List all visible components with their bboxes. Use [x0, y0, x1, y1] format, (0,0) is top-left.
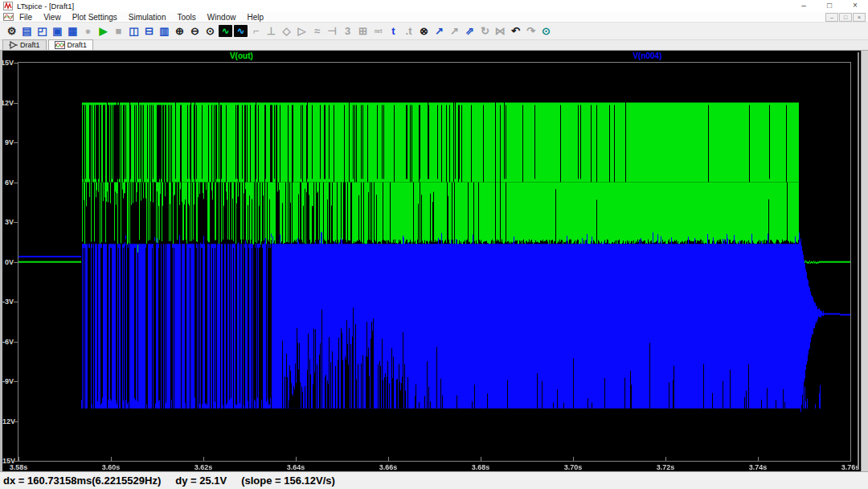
open-file-icon[interactable]: ◰: [35, 23, 50, 39]
statusbar: dx = 160.73158ms(6.2215529Hz) dy = 25.1V…: [0, 471, 868, 489]
ltspice-window: LTspice - [Draft1] –□× FileViewPlot Sett…: [0, 0, 868, 489]
component-icon[interactable]: ⊞: [355, 23, 371, 39]
control-panel-gear-icon[interactable]: ⚙: [4, 23, 19, 39]
tab-draft1-1[interactable]: Draft1: [2, 39, 47, 50]
zoom-in-icon[interactable]: ⊕: [172, 23, 187, 39]
find-icon[interactable]: ⊙: [538, 23, 554, 39]
diode-icon[interactable]: ▷: [294, 23, 309, 39]
x-tick-label: 3.64s: [287, 463, 305, 471]
window-frame-right: [861, 51, 868, 471]
tile-horizontal-icon[interactable]: ⊟: [141, 23, 157, 39]
pan-waveform-icon[interactable]: ∿: [234, 25, 248, 37]
x-tick-label: 3.62s: [194, 463, 213, 471]
autorange-waveform-glyph: ∿: [222, 26, 229, 36]
undo-icon[interactable]: ↶: [508, 23, 523, 39]
delete-icon[interactable]: ⊗: [416, 23, 432, 39]
capacitor-glyph: ⊣: [328, 25, 337, 37]
zoom-out-icon[interactable]: ⊖: [187, 23, 203, 39]
halt-simulation-icon[interactable]: ■: [111, 23, 126, 39]
x-tick-mark: [758, 457, 759, 461]
save-icon[interactable]: ▣: [50, 23, 65, 39]
status-dx: dx = 160.73158ms(6.2215529Hz): [3, 475, 161, 487]
x-tick-label: 3.76s: [841, 463, 860, 471]
x-tick-mark: [296, 457, 297, 461]
x-tick-label: 3.70s: [564, 463, 583, 471]
x-tick-label: 3.60s: [102, 463, 121, 471]
mirror-icon[interactable]: ⋈: [493, 23, 508, 39]
waveform-canvas[interactable]: [18, 63, 850, 461]
menu-window[interactable]: Window: [202, 13, 242, 22]
x-tick-mark: [203, 457, 204, 461]
label-net-icon[interactable]: ◇: [279, 23, 294, 39]
menubar: FileViewPlot SettingsSimulationToolsWind…: [0, 12, 868, 23]
inductor-glyph: 3: [345, 25, 350, 37]
settings-disabled-icon[interactable]: ●: [80, 23, 96, 39]
titlebar: LTspice - [Draft1] –□×: [0, 0, 868, 12]
netlist-icon[interactable]: net: [371, 23, 386, 39]
trace-label-vn004[interactable]: V(n004): [633, 51, 661, 60]
cascade-windows-icon[interactable]: ▥: [157, 23, 172, 39]
copy-glyph: ↗: [450, 25, 459, 37]
child-window-controls: –□×: [825, 13, 866, 22]
open-file-glyph: ◰: [37, 25, 47, 37]
halt-simulation-glyph: ■: [116, 25, 122, 37]
tab-label: Draft1: [68, 41, 88, 49]
y-tick-mark: [14, 381, 18, 382]
drag-icon[interactable]: ⇗: [462, 23, 477, 39]
window-controls: –□×: [791, 0, 868, 12]
redo-icon[interactable]: ↷: [523, 23, 538, 39]
child-minimize-button[interactable]: –: [825, 13, 838, 22]
resistor-glyph: ≈: [314, 25, 320, 37]
child-close-button[interactable]: ×: [853, 13, 866, 22]
x-tick-mark: [388, 457, 389, 461]
text-tool-glyph: t: [391, 25, 395, 37]
run-simulation-icon[interactable]: ▶: [96, 23, 111, 39]
x-tick-mark: [18, 457, 19, 461]
wire-icon[interactable]: ⌐: [248, 23, 264, 39]
tile-horizontal-glyph: ⊟: [145, 25, 154, 37]
redo-glyph: ↷: [526, 25, 535, 37]
child-restore-button[interactable]: □: [839, 13, 852, 22]
spice-directive-icon[interactable]: .t: [401, 23, 416, 39]
close-button[interactable]: ×: [842, 0, 868, 12]
text-tool-icon[interactable]: t: [386, 23, 401, 39]
capacitor-icon[interactable]: ⊣: [325, 23, 340, 39]
control-panel-gear-glyph: ⚙: [7, 25, 17, 37]
move-icon[interactable]: ↗: [432, 23, 447, 39]
menu-items: FileViewPlot SettingsSimulationToolsWind…: [14, 13, 269, 22]
inductor-icon[interactable]: 3: [340, 23, 355, 39]
tab-draft1-2[interactable]: Draft1: [48, 39, 94, 50]
menu-view[interactable]: View: [38, 13, 67, 22]
minimize-button[interactable]: –: [791, 0, 817, 12]
pan-waveform-glyph: ∿: [237, 26, 244, 36]
trace-label-vout[interactable]: V(out): [230, 51, 253, 60]
menu-tools[interactable]: Tools: [171, 13, 201, 22]
print-glyph: ▦: [68, 25, 77, 37]
menu-help[interactable]: Help: [241, 13, 269, 22]
ground-icon[interactable]: ⊥: [264, 23, 279, 39]
y-tick-mark: [14, 302, 18, 302]
schematic-icon: [9, 41, 18, 49]
pane-right-border: [858, 52, 859, 470]
tile-vertical-icon[interactable]: ◫: [126, 23, 141, 39]
find-glyph: ⊙: [542, 25, 551, 37]
print-icon[interactable]: ▦: [65, 23, 80, 39]
x-tick-mark: [481, 457, 481, 461]
tabbar: Draft1Draft1: [0, 40, 868, 51]
status-dy: dy = 25.1V: [175, 475, 227, 487]
menu-file[interactable]: File: [14, 13, 38, 22]
ground-glyph: ⊥: [267, 25, 276, 37]
copy-icon[interactable]: ↗: [447, 23, 462, 39]
autorange-waveform-icon[interactable]: ∿: [219, 25, 232, 37]
x-tick-mark: [573, 457, 574, 461]
zoom-full-extents-icon[interactable]: ⊙: [203, 23, 218, 39]
menu-simulation[interactable]: Simulation: [123, 13, 172, 22]
maximize-button[interactable]: □: [817, 0, 842, 12]
menu-plot-settings[interactable]: Plot Settings: [67, 13, 123, 22]
rotate-icon[interactable]: ↻: [477, 23, 493, 39]
y-tick-mark: [14, 262, 18, 263]
resistor-icon[interactable]: ≈: [309, 23, 325, 39]
new-schematic-icon[interactable]: ▤: [19, 23, 35, 39]
y-tick-mark: [14, 461, 18, 462]
y-tick-mark: [14, 63, 18, 64]
